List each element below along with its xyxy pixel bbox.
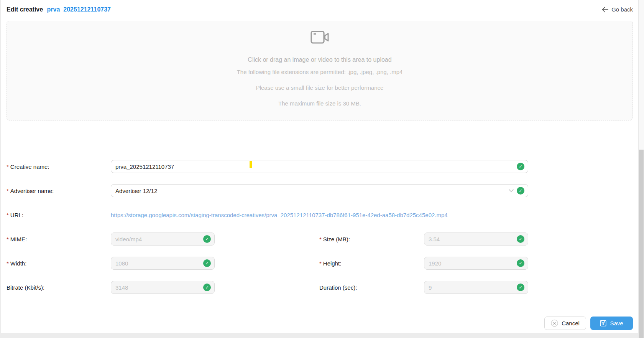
- height-field: ✓: [424, 257, 528, 270]
- footer-actions: Cancel Save: [544, 317, 633, 330]
- size-input: [424, 232, 528, 246]
- go-back-button[interactable]: Go back: [601, 6, 633, 13]
- chevron-down-icon: [509, 189, 514, 192]
- upload-dropzone[interactable]: Click or drag an image or video to this …: [7, 21, 633, 120]
- scrollbar-thumb[interactable]: [639, 150, 644, 338]
- form-row-advertiser-name: *Advertiser name: Advertiser 12/12 ✓: [7, 184, 633, 197]
- close-circle-icon: [551, 320, 558, 327]
- valid-check-icon: ✓: [203, 259, 211, 267]
- edit-creative-panel: Edit creative prva_20251212110737 Go bac…: [1, 0, 638, 333]
- required-mark: *: [319, 260, 322, 267]
- advertiser-select-value: Advertiser 12/12: [115, 188, 157, 194]
- advertiser-name-label-text: Advertiser name:: [10, 188, 54, 194]
- creative-name-input[interactable]: [111, 160, 528, 173]
- go-back-label: Go back: [611, 6, 633, 13]
- mime-label: *MIME:: [7, 236, 111, 242]
- valid-check-icon: ✓: [517, 163, 524, 170]
- duration-field: ✓: [424, 281, 528, 294]
- scrollbar-track[interactable]: [638, 0, 644, 338]
- cancel-button-label: Cancel: [562, 320, 580, 326]
- upload-extensions-hint: The following file extensions are permit…: [7, 69, 632, 75]
- width-label: *Width:: [7, 260, 111, 267]
- valid-check-icon: ✓: [203, 235, 211, 243]
- mime-label-text: MIME:: [10, 236, 27, 242]
- height-label-text: Height:: [323, 260, 342, 267]
- form-row-width-height: *Width: ✓ *Height: ✓: [7, 257, 633, 270]
- required-mark: *: [7, 212, 9, 218]
- bitrate-field: ✓: [111, 281, 215, 294]
- height-label: *Height:: [319, 260, 424, 267]
- creative-title-link[interactable]: prva_20251212110737: [47, 6, 111, 13]
- form-row-bitrate-duration: Bitrate (Kbit/s): ✓ Duration (sec): ✓: [7, 281, 633, 294]
- valid-check-icon: ✓: [517, 187, 524, 195]
- edit-creative-form: *Creative name: ✓ *Advertiser name: Adve…: [7, 160, 633, 305]
- page-title: Edit creative prva_20251212110737: [7, 6, 111, 13]
- creative-name-field: ✓: [111, 160, 528, 173]
- url-label-text: URL:: [10, 212, 23, 218]
- text-cursor-marker: [250, 161, 252, 168]
- creative-url-link[interactable]: https://storage.googleapis.com/staging-t…: [111, 212, 448, 218]
- upload-performance-hint: Please use a small file size for better …: [7, 84, 632, 91]
- advertiser-name-label: *Advertiser name:: [7, 188, 111, 194]
- cancel-button[interactable]: Cancel: [544, 317, 586, 330]
- bitrate-input: [111, 281, 215, 294]
- upload-max-size-hint: The maximum file size is 30 MB.: [7, 100, 632, 107]
- size-field: ✓: [424, 232, 528, 246]
- required-mark: *: [319, 236, 322, 242]
- bitrate-label-text: Bitrate (Kbit/s):: [7, 284, 44, 291]
- advertiser-name-field: Advertiser 12/12 ✓: [111, 184, 528, 197]
- creative-name-label-text: Creative name:: [10, 163, 49, 170]
- creative-name-label: *Creative name:: [7, 163, 111, 170]
- mime-field: ✓: [111, 232, 215, 246]
- required-mark: *: [7, 236, 9, 242]
- bitrate-label: Bitrate (Kbit/s):: [7, 284, 111, 291]
- valid-check-icon: ✓: [517, 235, 524, 243]
- size-label-text: Size (MB):: [323, 236, 350, 242]
- url-label: *URL:: [7, 212, 111, 218]
- valid-check-icon: ✓: [517, 284, 524, 291]
- duration-label-text: Duration (sec):: [319, 284, 357, 291]
- required-mark: *: [7, 163, 9, 170]
- header: Edit creative prva_20251212110737 Go bac…: [1, 0, 638, 19]
- duration-label: Duration (sec):: [319, 284, 424, 291]
- page-title-prefix: Edit creative: [7, 6, 43, 13]
- save-button[interactable]: Save: [590, 317, 633, 330]
- width-input: [111, 257, 215, 270]
- size-label: *Size (MB):: [319, 236, 424, 242]
- url-field: https://storage.googleapis.com/staging-t…: [111, 208, 528, 221]
- required-mark: *: [7, 188, 9, 194]
- save-floppy-icon: [600, 320, 606, 326]
- mime-input: [111, 232, 215, 246]
- required-mark: *: [7, 260, 9, 267]
- width-field: ✓: [111, 257, 215, 270]
- arrow-left-icon: [601, 7, 608, 13]
- advertiser-select[interactable]: Advertiser 12/12: [111, 184, 528, 197]
- valid-check-icon: ✓: [517, 259, 524, 267]
- upload-instruction: Click or drag an image or video to this …: [7, 56, 632, 63]
- form-row-mime-size: *MIME: ✓ *Size (MB): ✓: [7, 232, 633, 246]
- save-button-label: Save: [610, 320, 623, 326]
- video-camera-icon: [310, 30, 329, 46]
- width-label-text: Width:: [10, 260, 27, 267]
- valid-check-icon: ✓: [203, 284, 211, 291]
- height-input: [424, 257, 528, 270]
- duration-input: [424, 281, 528, 294]
- form-row-url: *URL: https://storage.googleapis.com/sta…: [7, 208, 633, 221]
- form-row-creative-name: *Creative name: ✓: [7, 160, 633, 173]
